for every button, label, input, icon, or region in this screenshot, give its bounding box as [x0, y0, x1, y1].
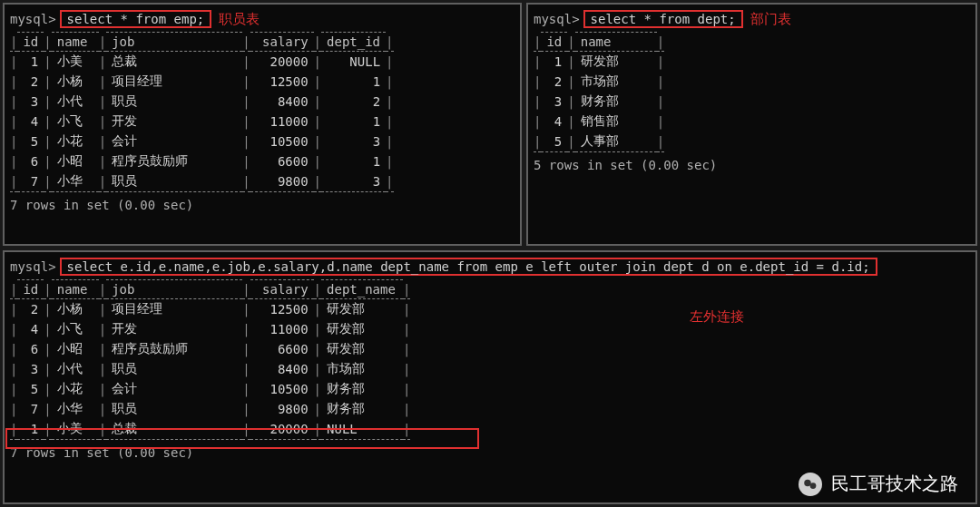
mysql-prompt: mysql>: [534, 12, 580, 26]
cell-salary: 10500: [250, 132, 314, 151]
cell-id: 1: [541, 52, 567, 73]
cell-id: 7: [17, 399, 44, 419]
table-row: |6|小昭|程序员鼓励师|6600|研发部|: [10, 339, 410, 359]
cell-name: 小华: [52, 399, 99, 419]
cell-job: 会计: [106, 132, 242, 151]
table-row: |3|小代|职员|8400|市场部|: [10, 359, 410, 379]
table-row: |1|小美|总裁|20000|NULL|: [10, 52, 394, 73]
cell-id: 6: [17, 151, 44, 171]
join-sql-query: select e.id,e.name,e.job,e.salary,d.name…: [60, 258, 877, 276]
cell-dept_id: NULL: [321, 52, 386, 73]
cell-salary: 9800: [250, 171, 314, 192]
emp-hdr-deptid: dept_id: [321, 33, 386, 52]
cell-dept_name: 财务部: [321, 379, 403, 399]
join-table: |id |name |job |salary |dept_name | |2|小…: [10, 279, 410, 440]
table-row: |3|小代|职员|8400|2|: [10, 92, 394, 112]
join-status: 7 rows in set (0.00 sec): [10, 445, 970, 460]
emp-hdr-salary: salary: [250, 33, 314, 52]
cell-salary: 6600: [250, 151, 314, 171]
terminal-join-panel: mysql> select e.id,e.name,e.job,e.salary…: [3, 250, 977, 504]
dept-annotation: 部门表: [750, 11, 791, 28]
svg-point-1: [810, 483, 817, 489]
cell-id: 6: [17, 339, 44, 359]
emp-sql-query: select * from emp;: [60, 10, 212, 28]
table-row: |1|研发部|: [534, 52, 664, 73]
emp-status: 7 rows in set (0.00 sec): [10, 198, 514, 212]
cell-dept_name: 财务部: [321, 399, 403, 419]
cell-id: 7: [17, 171, 44, 192]
mysql-prompt: mysql>: [10, 259, 56, 274]
table-row: |5|人事部|: [534, 132, 664, 152]
table-row: |5|小花|会计|10500|财务部|: [10, 379, 410, 399]
emp-prompt-line: mysql> select * from emp; 职员表: [10, 8, 514, 30]
cell-job: 总裁: [106, 52, 242, 73]
cell-id: 3: [17, 359, 44, 379]
cell-name: 销售部: [575, 112, 657, 132]
cell-id: 4: [17, 319, 44, 339]
cell-name: 小代: [52, 92, 99, 112]
cell-id: 2: [17, 299, 44, 320]
cell-dept_name: 研发部: [321, 339, 403, 359]
cell-id: 2: [17, 72, 44, 92]
emp-hdr-name: name: [52, 33, 99, 52]
join-hdr-name: name: [52, 280, 99, 299]
cell-dept_id: 3: [321, 171, 386, 192]
cell-name: 小杨: [52, 299, 99, 320]
terminal-emp-panel: mysql> select * from emp; 职员表 |id |name …: [3, 3, 522, 246]
cell-salary: 20000: [250, 419, 314, 440]
table-row: |7|小华|职员|9800|财务部|: [10, 399, 410, 419]
cell-name: 小代: [52, 359, 99, 379]
mysql-prompt: mysql>: [10, 12, 56, 26]
cell-name: 小华: [52, 171, 99, 192]
cell-salary: 8400: [250, 359, 314, 379]
cell-name: 小杨: [52, 72, 99, 92]
cell-name: 小美: [52, 419, 99, 440]
join-prompt-line: mysql> select e.id,e.name,e.job,e.salary…: [10, 256, 970, 278]
cell-job: 职员: [106, 359, 242, 379]
cell-salary: 10500: [250, 379, 314, 399]
cell-job: 职员: [106, 171, 242, 192]
table-row: |4|销售部|: [534, 112, 664, 132]
cell-id: 3: [17, 92, 44, 112]
dept-hdr-name: name: [575, 33, 657, 52]
emp-hdr-job: job: [106, 33, 242, 52]
join-hdr-salary: salary: [250, 280, 314, 299]
table-row: |1|小美|总裁|20000|NULL|: [10, 419, 410, 440]
wechat-icon: [799, 473, 822, 496]
cell-name: 小昭: [52, 151, 99, 171]
cell-id: 1: [17, 52, 44, 73]
join-hdr-job: job: [106, 280, 242, 299]
cell-job: 开发: [106, 319, 242, 339]
cell-job: 项目经理: [106, 299, 242, 320]
watermark-text: 民工哥技术之路: [831, 472, 958, 496]
cell-dept_id: 1: [321, 112, 386, 132]
table-row: |2|小杨|项目经理|12500|研发部|: [10, 299, 410, 320]
emp-header-row: |id |name |job |salary |dept_id |: [10, 33, 394, 52]
cell-salary: 8400: [250, 92, 314, 112]
emp-annotation: 职员表: [219, 11, 260, 28]
table-row: |7|小华|职员|9800|3|: [10, 171, 394, 192]
cell-dept_name: 研发部: [321, 319, 403, 339]
cell-salary: 6600: [250, 339, 314, 359]
dept-status: 5 rows in set (0.00 sec): [534, 158, 970, 172]
cell-id: 5: [17, 132, 44, 151]
cell-id: 3: [541, 92, 567, 112]
cell-name: 市场部: [575, 72, 657, 92]
watermark: 民工哥技术之路: [799, 472, 958, 496]
cell-name: 小飞: [52, 112, 99, 132]
cell-id: 2: [541, 72, 567, 92]
cell-name: 小花: [52, 379, 99, 399]
cell-id: 5: [541, 132, 567, 152]
cell-name: 财务部: [575, 92, 657, 112]
cell-id: 5: [17, 379, 44, 399]
emp-hdr-id: id: [17, 33, 44, 52]
cell-job: 项目经理: [106, 72, 242, 92]
cell-name: 小飞: [52, 319, 99, 339]
cell-job: 职员: [106, 92, 242, 112]
cell-salary: 11000: [250, 319, 314, 339]
cell-name: 人事部: [575, 132, 657, 152]
dept-hdr-id: id: [541, 33, 567, 52]
table-row: |4|小飞|开发|11000|1|: [10, 112, 394, 132]
emp-table: |id |name |job |salary |dept_id | |1|小美|…: [10, 32, 394, 192]
table-row: |3|财务部|: [534, 92, 664, 112]
